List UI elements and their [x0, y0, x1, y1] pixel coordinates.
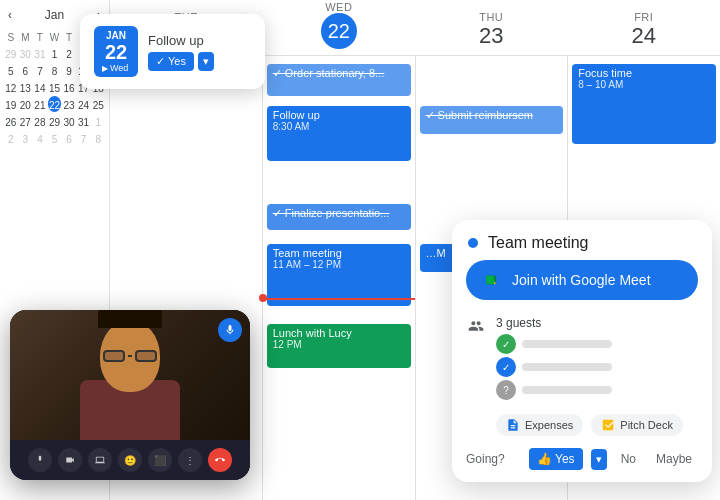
follow-up-buttons: ✓ Yes ▾	[148, 52, 251, 71]
attachments-section: Expenses Pitch Deck	[452, 406, 712, 442]
thumbs-up-icon: 👍	[537, 452, 552, 466]
popup-header: Team meeting	[452, 220, 712, 260]
join-google-meet-button[interactable]: Join with Google Meet	[466, 260, 698, 300]
mini-cal-day[interactable]: 23	[62, 96, 76, 112]
cal-col-wed-events: ✓ Order stationary, 8... Follow up 8:30 …	[263, 56, 416, 500]
mini-cal-day[interactable]: 1	[48, 45, 62, 61]
mini-cal-day[interactable]: 19	[4, 96, 18, 112]
mini-cal-day[interactable]: 25	[91, 96, 105, 112]
guest-name-bar-1	[522, 340, 612, 348]
mini-cal-day[interactable]: 16	[62, 79, 76, 95]
mini-cal-day[interactable]: 5	[4, 62, 18, 78]
more-options-button[interactable]: ⋮	[178, 448, 202, 472]
camera-button[interactable]	[58, 448, 82, 472]
cal-event-follow-up[interactable]: Follow up 8:30 AM	[267, 106, 411, 161]
mini-cal-day[interactable]: 21	[33, 96, 47, 112]
attachment-expenses[interactable]: Expenses	[496, 414, 583, 436]
cal-event-team-meeting[interactable]: Team meeting 11 AM – 12 PM	[267, 244, 411, 306]
guest-avatars-list: ✓ ✓ ?	[496, 334, 612, 400]
rsvp-maybe-button[interactable]: Maybe	[650, 448, 698, 470]
layout-button[interactable]: ⬛	[148, 448, 172, 472]
cal-event-focus-time[interactable]: Focus time 8 – 10 AM	[572, 64, 716, 144]
guest-name-bar-3	[522, 386, 612, 394]
cal-day-name-thu: THU	[415, 11, 568, 23]
person-face	[100, 320, 160, 392]
mini-cal-day[interactable]: 30	[62, 113, 76, 129]
event-time: 8:30 AM	[273, 121, 405, 132]
docs-icon	[506, 418, 520, 432]
event-time: 8 – 10 AM	[578, 79, 710, 90]
mini-cal-dow-m: M	[19, 28, 33, 44]
mini-cal-day[interactable]: 4	[33, 130, 47, 146]
mini-cal-day[interactable]: 9	[62, 62, 76, 78]
mini-cal-day[interactable]: 26	[4, 113, 18, 129]
guests-count: 3 guests	[496, 316, 612, 330]
mini-cal-day[interactable]: 6	[19, 62, 33, 78]
mini-cal-prev-icon[interactable]: ‹	[8, 8, 12, 22]
attachment-pitch-deck-label: Pitch Deck	[620, 419, 673, 431]
mini-cal-day[interactable]: 13	[19, 79, 33, 95]
video-person-area	[10, 310, 250, 440]
mini-cal-day[interactable]: 2	[62, 45, 76, 61]
follow-up-caret-button[interactable]: ▾	[198, 52, 214, 71]
end-call-button[interactable]	[208, 448, 232, 472]
cal-day-num-wed: 22	[321, 13, 357, 49]
mini-cal-day[interactable]: 7	[33, 62, 47, 78]
cal-col-fri: FRI 24	[568, 11, 721, 49]
follow-up-day: 22	[102, 41, 130, 63]
mini-cal-day[interactable]: 29	[48, 113, 62, 129]
mini-cal-day[interactable]: 6	[62, 130, 76, 146]
glasses-bridge	[128, 355, 132, 357]
mini-cal-day[interactable]: 8	[91, 130, 105, 146]
mini-cal-day[interactable]: 31	[33, 45, 47, 61]
mini-cal-day[interactable]: 7	[77, 130, 91, 146]
event-title: ✓ Order stationary, 8...	[273, 67, 405, 80]
rsvp-yes-button[interactable]: 👍 Yes	[529, 448, 583, 470]
event-title: Focus time	[578, 67, 710, 79]
mini-cal-day[interactable]: 12	[4, 79, 18, 95]
cal-day-name-fri: FRI	[568, 11, 721, 23]
mini-cal-day[interactable]: 5	[48, 130, 62, 146]
mini-cal-today[interactable]: 22	[48, 96, 62, 112]
cal-event-submit[interactable]: ✓ Submit reimbursem	[420, 106, 564, 134]
guest-avatar-3: ?	[496, 380, 516, 400]
popup-event-title: Team meeting	[488, 234, 589, 252]
rsvp-no-button[interactable]: No	[615, 448, 642, 470]
mini-cal-day[interactable]: 29	[4, 45, 18, 61]
event-title: ✓ Finalize presentatio...	[273, 207, 405, 220]
mini-cal-day[interactable]: 31	[77, 113, 91, 129]
emoji-button[interactable]: 🙂	[118, 448, 142, 472]
cal-event-finalize[interactable]: ✓ Finalize presentatio...	[267, 204, 411, 230]
event-title: Lunch with Lucy	[273, 327, 405, 339]
cal-day-num-thu: 23	[415, 23, 568, 49]
current-time-dot	[259, 294, 267, 302]
mini-cal-day[interactable]: 24	[77, 96, 91, 112]
mini-cal-dow-t2: T	[62, 28, 76, 44]
cal-event-lunch[interactable]: Lunch with Lucy 12 PM	[267, 324, 411, 368]
mini-cal-day[interactable]: 30	[19, 45, 33, 61]
mini-cal-day[interactable]: 3	[19, 130, 33, 146]
video-call-widget: 🙂 ⬛ ⋮	[10, 310, 250, 480]
present-button[interactable]	[88, 448, 112, 472]
follow-up-yes-button[interactable]: ✓ Yes	[148, 52, 194, 71]
follow-up-title: Follow up	[148, 33, 251, 48]
checkmark-icon: ✓	[156, 55, 165, 68]
video-controls: 🙂 ⬛ ⋮	[10, 440, 250, 480]
mini-cal-day[interactable]: 15	[48, 79, 62, 95]
mini-cal-day[interactable]: 27	[19, 113, 33, 129]
attachment-pitch-deck[interactable]: Pitch Deck	[591, 414, 683, 436]
cal-col-wed: WED 22	[263, 1, 416, 49]
rsvp-yes-caret-button[interactable]: ▾	[591, 449, 607, 470]
mute-button[interactable]	[28, 448, 52, 472]
mini-cal-day[interactable]: 8	[48, 62, 62, 78]
slides-icon	[601, 418, 615, 432]
mini-cal-day[interactable]: 2	[4, 130, 18, 146]
guests-icon	[468, 318, 484, 338]
cal-event-order-stationary[interactable]: ✓ Order stationary, 8...	[267, 64, 411, 96]
mini-cal-dow-w: W	[48, 28, 62, 44]
mini-cal-day[interactable]: 14	[33, 79, 47, 95]
mini-cal-day[interactable]: 28	[33, 113, 47, 129]
person-hair	[98, 310, 162, 328]
mini-cal-day[interactable]: 1	[91, 113, 105, 129]
mini-cal-day[interactable]: 20	[19, 96, 33, 112]
